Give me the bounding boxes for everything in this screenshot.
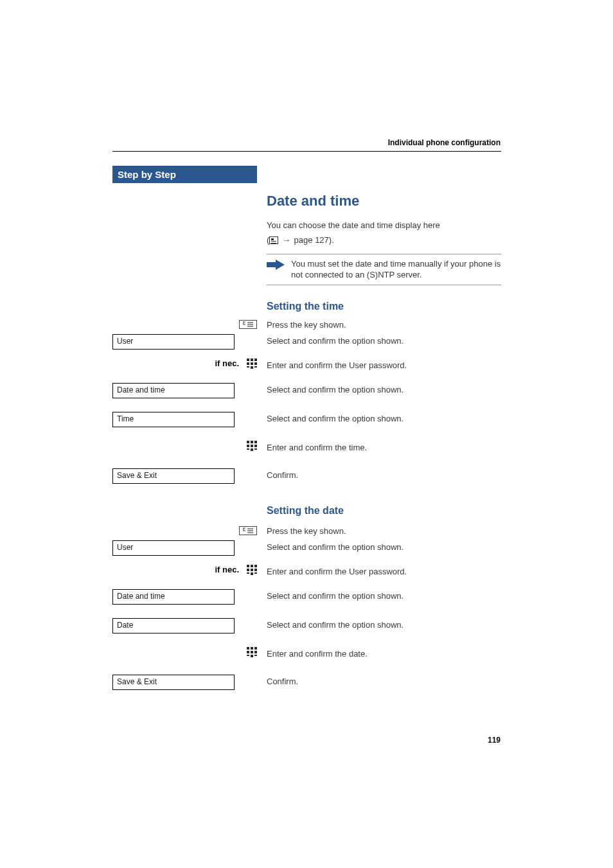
svg-rect-44	[251, 655, 253, 657]
svg-rect-12	[247, 366, 249, 368]
page-header-title: Individual phone configuration	[388, 138, 501, 147]
main-content: Date and time You can choose the date an…	[267, 166, 501, 320]
menu-option-save-exit: Save & Exit	[112, 675, 235, 690]
step-3-text: Enter and confirm the User password.	[267, 360, 501, 371]
svg-rect-7	[251, 359, 253, 361]
step-text: Enter and confirm the User password.	[267, 360, 501, 371]
heading-setting-time: Setting the time	[267, 301, 501, 312]
step-7-text: Confirm.	[267, 470, 501, 481]
svg-rect-33	[254, 569, 257, 571]
svg-rect-20	[254, 445, 257, 447]
svg-rect-40	[247, 651, 249, 653]
svg-rect-28	[247, 565, 249, 567]
page-number: 119	[488, 736, 501, 745]
svg-rect-30	[254, 565, 257, 567]
keypad-icon	[247, 359, 257, 373]
menu-option-time: Time	[112, 412, 235, 427]
svg-rect-37	[247, 647, 249, 650]
keypad-icon	[247, 647, 257, 661]
heading-date-and-time: Date and time	[267, 193, 501, 209]
svg-marker-1	[276, 260, 285, 270]
menu-key-row	[112, 319, 257, 332]
menu-key-row	[112, 526, 257, 538]
page-ref-text: page 127).	[294, 235, 334, 245]
step-text: Press the key shown.	[267, 319, 501, 331]
date-step-5-text: Select and confirm the option shown.	[267, 619, 501, 631]
date-step-1-text: Press the key shown.	[267, 526, 501, 537]
step-text: Enter and confirm the User password.	[267, 566, 501, 578]
step-2-text: Select and confirm the option shown.	[267, 335, 501, 347]
svg-rect-13	[251, 366, 253, 369]
menu-key-icon	[239, 526, 257, 538]
svg-rect-23	[254, 448, 257, 450]
keypad-icon	[247, 441, 257, 455]
sidebar-title: Step by Step	[112, 166, 257, 183]
svg-rect-15	[247, 441, 249, 443]
svg-rect-38	[251, 647, 253, 650]
step-text: Select and confirm the option shown.	[267, 335, 501, 347]
intro-text-line1: You can choose the date and time display…	[267, 220, 501, 231]
step-4-text: Select and confirm the option shown.	[267, 384, 501, 396]
svg-rect-21	[247, 448, 249, 450]
step-text: Confirm.	[267, 676, 501, 687]
svg-rect-41	[251, 651, 253, 653]
svg-rect-16	[251, 441, 253, 443]
step-6-text: Enter and confirm the time.	[267, 442, 501, 454]
svg-rect-14	[254, 366, 257, 368]
date-step-2-text: Select and confirm the option shown.	[267, 542, 501, 553]
step-text: Enter and confirm the date.	[267, 648, 501, 660]
svg-rect-6	[247, 359, 249, 361]
svg-rect-32	[251, 569, 253, 571]
date-step-6-text: Enter and confirm the date.	[267, 648, 501, 660]
document-icon	[269, 236, 278, 244]
svg-rect-19	[251, 445, 253, 447]
date-step-3-text: Enter and confirm the User password.	[267, 566, 501, 578]
svg-rect-31	[247, 569, 249, 571]
menu-option-user: User	[112, 540, 235, 556]
step-text: Confirm.	[267, 470, 501, 481]
svg-rect-11	[254, 362, 257, 365]
step-text: Select and confirm the option shown.	[267, 384, 501, 396]
step-text: Select and confirm the option shown.	[267, 590, 501, 602]
svg-rect-43	[247, 655, 249, 656]
date-step-4-text: Select and confirm the option shown.	[267, 590, 501, 602]
ifnec-row: if nec.	[112, 565, 257, 579]
note-arrow-icon	[267, 258, 286, 281]
step-text: Select and confirm the option shown.	[267, 542, 501, 553]
svg-rect-0	[267, 262, 276, 267]
step-1-text: Press the key shown.	[267, 319, 501, 331]
svg-rect-34	[247, 572, 249, 574]
keypad-icon	[247, 565, 257, 579]
date-step-7-text: Confirm.	[267, 676, 501, 687]
intro-reference: ( → page 127).	[267, 235, 501, 245]
step-text: Press the key shown.	[267, 526, 501, 537]
heading-wrap: Setting the date	[267, 505, 344, 524]
step-text: Select and confirm the option shown.	[267, 413, 501, 425]
svg-rect-22	[251, 448, 253, 451]
svg-rect-9	[247, 362, 249, 365]
if-nec-label: if nec.	[215, 359, 239, 368]
svg-rect-45	[254, 655, 257, 656]
menu-option-save-exit: Save & Exit	[112, 468, 235, 484]
note-callout: You must set the date and time manually …	[267, 254, 501, 285]
note-text: You must set the date and time manually …	[291, 258, 501, 281]
step-5-text: Select and confirm the option shown.	[267, 413, 501, 425]
svg-rect-36	[254, 572, 257, 574]
svg-rect-29	[251, 565, 253, 567]
menu-option-user: User	[112, 334, 235, 350]
menu-option-date-and-time: Date and time	[112, 589, 235, 605]
svg-rect-35	[251, 572, 253, 575]
ifnec-row: if nec.	[112, 359, 257, 373]
if-nec-label: if nec.	[215, 565, 239, 574]
menu-option-date-and-time: Date and time	[112, 383, 235, 398]
header-rule	[112, 151, 501, 152]
svg-rect-39	[254, 647, 257, 650]
keypad-row	[112, 441, 257, 455]
menu-option-date: Date	[112, 618, 235, 633]
keypad-row	[112, 647, 257, 661]
svg-rect-18	[247, 445, 249, 447]
svg-rect-42	[254, 651, 257, 653]
step-text: Select and confirm the option shown.	[267, 619, 501, 631]
svg-rect-17	[254, 441, 257, 443]
menu-key-icon	[239, 320, 257, 332]
